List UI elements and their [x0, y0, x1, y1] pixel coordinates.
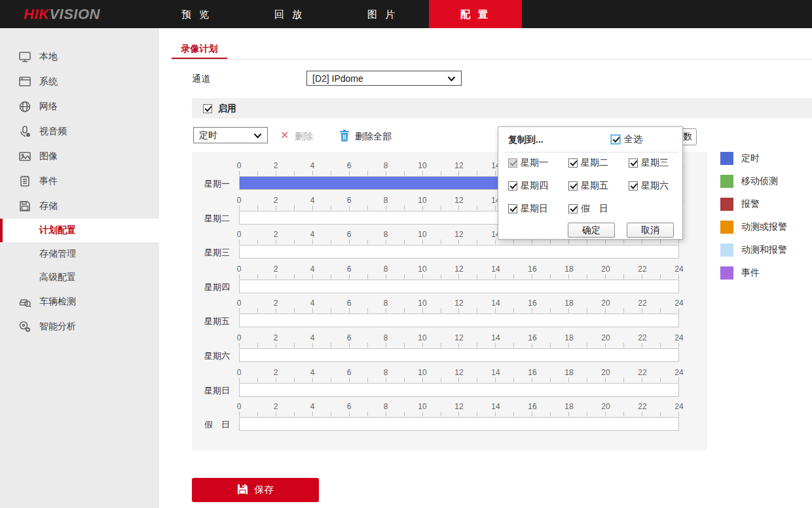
tick-label: 12 — [454, 161, 463, 170]
day-checkbox[interactable] — [508, 204, 517, 213]
sidebar-item-schedule-config[interactable]: 计划配置 — [0, 219, 159, 242]
sidebar-item-network[interactable]: 网络 — [0, 94, 159, 119]
legend-swatch — [720, 152, 733, 165]
legend-item-alarm: 报警 — [720, 198, 787, 211]
delete-all-button[interactable]: 删除全部 — [355, 131, 392, 143]
sidebar-item-advanced-config[interactable]: 高级配置 — [0, 266, 159, 289]
delete-button[interactable]: 删除 — [295, 131, 313, 143]
sidebar-item-system[interactable]: 系统 — [0, 69, 159, 94]
tick-label: 0 — [237, 196, 242, 205]
hikvision-logo: HIKVISION — [24, 0, 100, 28]
timeline-ruler: 024681012141618202224 — [239, 402, 679, 410]
sidebar-item-local[interactable]: 本地 — [0, 45, 159, 69]
save-button[interactable]: 保存 — [192, 478, 319, 502]
ok-button[interactable]: 确定 — [568, 223, 615, 238]
day-label: 星期日 — [192, 384, 230, 397]
sidebar-item-storage[interactable]: 存储 — [0, 194, 159, 219]
day-label: 星期三 — [192, 245, 230, 259]
day-checkbox[interactable] — [508, 158, 517, 168]
tick-label: 2 — [274, 333, 278, 342]
vehicle-detection-icon — [18, 295, 31, 308]
copy-day-holiday: 假 日 — [568, 203, 608, 215]
window-icon — [18, 75, 31, 88]
day-checkbox[interactable] — [568, 204, 578, 213]
tick-label: 24 — [674, 299, 683, 308]
legend-swatch — [720, 266, 733, 280]
timeline-ticks — [239, 274, 679, 279]
sidebar: 本地 系统 网络 视音频 图像 事件 存储 计划配置 存储管 — [0, 28, 159, 508]
channel-select[interactable]: [D2] IPdome — [306, 71, 462, 86]
schedule-bar-thursday[interactable] — [239, 280, 679, 293]
legend-item-event: 事件 — [720, 266, 787, 280]
tick-label: 16 — [528, 264, 536, 274]
tick-label: 0 — [237, 264, 242, 274]
sidebar-item-smart-analysis[interactable]: 智能分析 — [0, 314, 159, 339]
tick-label: 0 — [237, 161, 242, 170]
tick-label: 14 — [491, 402, 500, 411]
tick-label: 24 — [674, 402, 683, 411]
sidebar-item-label: 计划配置 — [39, 225, 76, 236]
tab-recording-schedule[interactable]: 录像计划 — [172, 43, 227, 55]
schedule-bar-wednesday[interactable] — [239, 245, 679, 259]
day-checkbox[interactable] — [568, 181, 578, 190]
day-checkbox[interactable] — [508, 181, 517, 190]
day-checkbox[interactable] — [568, 158, 578, 168]
day-label: 假 日 — [192, 418, 230, 431]
select-all-checkbox[interactable] — [611, 135, 620, 144]
timeline-ticks — [239, 240, 679, 244]
image-icon — [18, 150, 31, 163]
sidebar-item-label: 高级配置 — [39, 272, 76, 283]
sidebar-item-label: 存储管理 — [39, 248, 76, 260]
tick-label: 10 — [418, 230, 426, 239]
tick-label: 0 — [237, 230, 242, 239]
sidebar-item-label: 存储 — [39, 200, 58, 212]
sidebar-item-storage-management[interactable]: 存储管理 — [0, 242, 159, 266]
timeline-ruler: 024681012141618202224 — [239, 368, 679, 376]
dialog-divider — [504, 152, 678, 153]
nav-tab-playback[interactable]: 回 放 — [243, 0, 336, 28]
tick-label: 20 — [601, 299, 610, 308]
tick-label: 24 — [674, 333, 683, 342]
day-label: 星期二 — [192, 211, 230, 225]
chevron-down-icon — [253, 130, 262, 141]
copy-to-dialog: 复制到... 全选 星期一 星期二 星期三 星期四 星期五 星期六 星期日 假 … — [498, 126, 683, 240]
channel-label: 通道 — [192, 73, 210, 85]
tick-label: 0 — [237, 333, 242, 342]
day-checkbox[interactable] — [629, 181, 638, 190]
schedule-bar-holiday[interactable] — [239, 417, 679, 431]
enable-label: 启用 — [218, 103, 236, 115]
tick-label: 22 — [638, 299, 646, 308]
cancel-button[interactable]: 取消 — [627, 223, 674, 238]
legend-swatch — [720, 198, 733, 211]
tick-label: 12 — [454, 368, 463, 377]
tick-label: 12 — [454, 196, 463, 205]
schedule-bar-friday[interactable] — [239, 314, 679, 327]
tick-label: 0 — [237, 368, 242, 377]
record-type-value: 定时 — [199, 130, 217, 141]
sidebar-item-video-audio[interactable]: 视音频 — [0, 119, 159, 144]
schedule-bar-sunday[interactable] — [239, 383, 679, 397]
schedule-bar-saturday[interactable] — [239, 348, 679, 362]
tick-label: 12 — [454, 264, 463, 274]
tick-label: 8 — [384, 196, 388, 205]
day-checkbox[interactable] — [629, 158, 638, 168]
enable-checkbox[interactable] — [203, 104, 212, 113]
sidebar-item-event[interactable]: 事件 — [0, 169, 159, 194]
tick-label: 6 — [347, 299, 352, 308]
record-type-select[interactable]: 定时 — [193, 127, 268, 143]
tick-label: 16 — [528, 299, 536, 308]
legend-swatch — [720, 221, 733, 234]
tick-label: 10 — [418, 264, 426, 274]
tick-label: 10 — [418, 402, 426, 411]
nav-tab-picture[interactable]: 图 片 — [336, 0, 429, 28]
tick-label: 24 — [674, 264, 683, 274]
sidebar-item-image[interactable]: 图像 — [0, 144, 159, 169]
tick-label: 10 — [418, 196, 426, 205]
day-label: 星期六 — [192, 349, 230, 363]
tick-label: 0 — [237, 299, 242, 308]
nav-tab-configuration[interactable]: 配 置 — [429, 0, 522, 28]
monitor-icon — [18, 50, 31, 64]
sidebar-item-vehicle-detection[interactable]: 车辆检测 — [0, 289, 159, 314]
day-label: 星期四 — [192, 280, 230, 294]
nav-tab-preview[interactable]: 预 览 — [150, 0, 243, 28]
